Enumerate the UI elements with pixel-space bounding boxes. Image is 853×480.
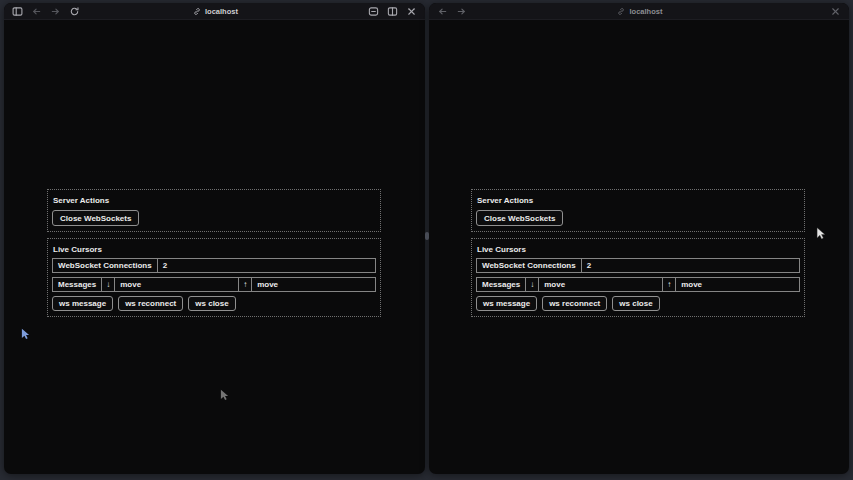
titlebar-right-controls [830,6,849,17]
browser-window-right: localhost Server Actions Close WebSocket… [429,3,849,474]
titlebar-right-controls [368,6,425,17]
messages-label: Messages [53,278,101,291]
titlebar-left-controls [4,6,80,17]
sidebar-toggle-icon[interactable] [12,6,23,17]
connections-label: WebSocket Connections [477,259,581,272]
ws-close-button[interactable]: ws close [612,296,659,311]
forward-button-icon[interactable] [456,6,467,17]
live-cursors-fieldset: Live Cursors WebSocket Connections 2 Mes… [471,238,805,317]
ws-buttons-row: ws message ws reconnect ws close [476,296,800,311]
received-message-value: move [114,278,238,291]
close-window-icon[interactable] [830,6,841,17]
received-arrow-icon: ↓ [101,278,114,291]
split-view-icon[interactable] [387,6,398,17]
sent-message-value: move [675,278,799,291]
sent-arrow-icon: ↑ [662,278,675,291]
close-websockets-button[interactable]: Close WebSockets [52,210,139,226]
forward-button-icon[interactable] [50,6,61,17]
server-actions-fieldset: Server Actions Close WebSockets [47,189,381,232]
live-cursors-fieldset: Live Cursors WebSocket Connections 2 Mes… [47,238,381,317]
link-icon [616,6,627,17]
received-message-value: move [538,278,662,291]
link-icon [191,6,202,17]
ws-buttons-row: ws message ws reconnect ws close [52,296,376,311]
browser-window-left: localhost Server Actions Close WebSocket… [4,3,425,474]
messages-row: Messages ↓ move ↑ move [52,277,376,292]
messages-label: Messages [477,278,525,291]
websocket-connections-row: WebSocket Connections 2 [52,258,376,273]
close-window-icon[interactable] [406,6,417,17]
connections-value: 2 [157,259,375,272]
connections-value: 2 [581,259,799,272]
url-display[interactable]: localhost [616,3,663,20]
titlebar[interactable]: localhost [4,3,425,20]
url-display[interactable]: localhost [191,3,238,20]
close-websockets-button[interactable]: Close WebSockets [476,210,563,226]
reload-button-icon[interactable] [69,6,80,17]
url-text: localhost [630,7,663,16]
server-actions-legend: Server Actions [476,194,800,209]
window-gap-handle[interactable] [425,232,429,240]
live-cursors-legend: Live Cursors [52,243,376,258]
url-text: localhost [205,7,238,16]
back-button-icon[interactable] [437,6,448,17]
sent-message-value: move [251,278,375,291]
reader-view-icon[interactable] [368,6,379,17]
server-actions-legend: Server Actions [52,194,376,209]
ws-close-button[interactable]: ws close [188,296,235,311]
ws-message-button[interactable]: ws message [476,296,537,311]
websocket-connections-row: WebSocket Connections 2 [476,258,800,273]
messages-row: Messages ↓ move ↑ move [476,277,800,292]
server-actions-fieldset: Server Actions Close WebSockets [471,189,805,232]
back-button-icon[interactable] [31,6,42,17]
titlebar-left-controls [429,6,467,17]
ws-reconnect-button[interactable]: ws reconnect [542,296,607,311]
titlebar[interactable]: localhost [429,3,849,20]
demo-panel: Server Actions Close WebSockets Live Cur… [471,189,805,323]
demo-panel: Server Actions Close WebSockets Live Cur… [47,189,381,323]
live-cursors-legend: Live Cursors [476,243,800,258]
received-arrow-icon: ↓ [525,278,538,291]
connections-label: WebSocket Connections [53,259,157,272]
ws-message-button[interactable]: ws message [52,296,113,311]
ws-reconnect-button[interactable]: ws reconnect [118,296,183,311]
sent-arrow-icon: ↑ [238,278,251,291]
